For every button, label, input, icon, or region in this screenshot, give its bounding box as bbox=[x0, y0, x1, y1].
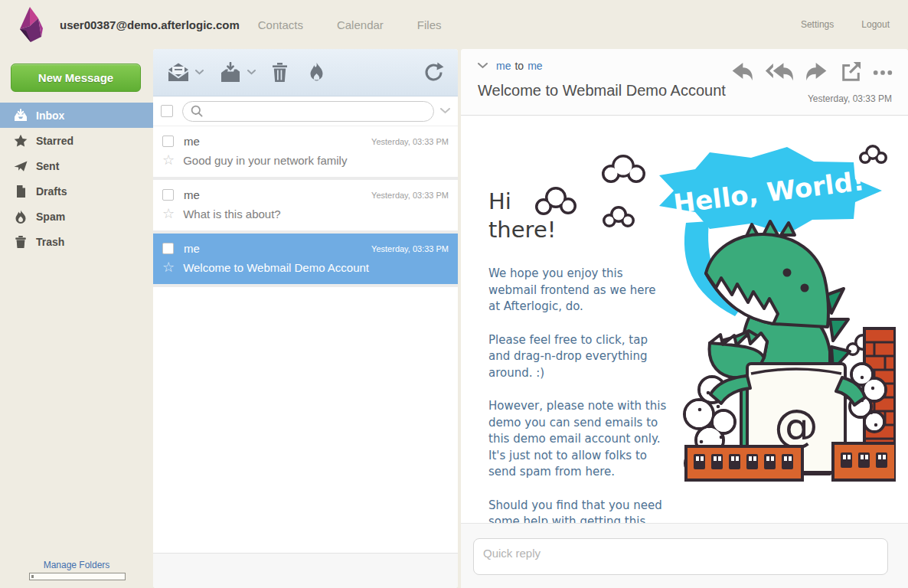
refresh-button[interactable] bbox=[423, 62, 444, 83]
star-icon[interactable]: ☆ bbox=[162, 260, 175, 274]
settings-link[interactable]: Settings bbox=[801, 19, 834, 30]
message-sender: me bbox=[184, 188, 200, 201]
folder-sidebar: New Message Inbox Starred Sent Drafts bbox=[0, 49, 153, 588]
top-navigation: Contacts Calendar Files bbox=[258, 18, 442, 31]
sidebar-item-starred[interactable]: Starred bbox=[0, 128, 153, 153]
sidebar-item-sent[interactable]: Sent bbox=[0, 153, 153, 178]
ellipsis-icon bbox=[873, 61, 893, 82]
sidebar-item-label: Drafts bbox=[36, 185, 67, 198]
paragraph: However, please note with thisdemo you c… bbox=[488, 398, 906, 481]
topbar-right: Settings Logout bbox=[801, 19, 890, 30]
sidebar-item-trash[interactable]: Trash bbox=[0, 229, 153, 254]
nav-files[interactable]: Files bbox=[417, 18, 442, 31]
nav-calendar[interactable]: Calendar bbox=[337, 18, 384, 31]
new-message-button[interactable]: New Message bbox=[11, 64, 141, 92]
sidebar-item-inbox[interactable]: Inbox bbox=[0, 103, 153, 128]
forward-button[interactable] bbox=[805, 61, 829, 82]
message-checkbox[interactable] bbox=[162, 243, 174, 254]
message-list-footer bbox=[153, 553, 458, 588]
message-subject: Good guy in your network family bbox=[183, 154, 347, 167]
message-timestamp: Yesterday, 03:33 PM bbox=[808, 93, 892, 104]
scrollbar-thumb[interactable] bbox=[31, 575, 34, 578]
move-to-folder-dropdown[interactable] bbox=[247, 70, 256, 75]
folder-list: Inbox Starred Sent Drafts Spam bbox=[0, 103, 153, 254]
message-checkbox[interactable] bbox=[162, 136, 174, 147]
select-all-checkbox[interactable] bbox=[161, 105, 173, 117]
mark-read-button[interactable] bbox=[167, 62, 190, 83]
delete-button[interactable] bbox=[271, 62, 289, 83]
message-time: Yesterday, 03:33 PM bbox=[371, 137, 449, 146]
reply-icon bbox=[730, 61, 753, 82]
afterlogic-logo bbox=[11, 5, 47, 44]
folder-move-icon bbox=[219, 62, 242, 83]
reader-actions bbox=[730, 61, 893, 82]
to-preposition: to bbox=[514, 60, 524, 72]
refresh-icon bbox=[423, 62, 444, 83]
topbar: user00387@demo.afterlogic.com Contacts C… bbox=[0, 0, 908, 49]
paragraph: We hope you enjoy thiswebmail frontend a… bbox=[488, 266, 906, 315]
message-row-selected[interactable]: me Yesterday, 03:33 PM ☆ Welcome to Webm… bbox=[153, 234, 458, 287]
search-row bbox=[153, 96, 458, 126]
move-to-folder-button[interactable] bbox=[219, 62, 242, 83]
reply-button[interactable] bbox=[730, 61, 753, 82]
trash-icon bbox=[14, 235, 28, 249]
sidebar-item-label: Starred bbox=[36, 135, 73, 147]
sidebar-item-label: Spam bbox=[36, 211, 65, 223]
forward-icon bbox=[805, 61, 829, 82]
message-subject: What is this about? bbox=[183, 207, 281, 220]
search-icon bbox=[191, 105, 203, 117]
reading-pane: me to me Welcome to Webmail Demo Account bbox=[461, 49, 908, 588]
message-time: Yesterday, 03:33 PM bbox=[371, 244, 449, 253]
star-icon bbox=[14, 134, 28, 148]
message-subject: Welcome to Webmail Demo Account bbox=[183, 261, 369, 274]
flame-icon bbox=[309, 62, 325, 83]
inbox-icon bbox=[14, 109, 28, 122]
more-actions-button[interactable] bbox=[873, 61, 893, 82]
flame-icon bbox=[14, 210, 28, 224]
quick-reply-area bbox=[461, 523, 908, 588]
send-icon bbox=[14, 159, 28, 173]
search-field[interactable] bbox=[182, 101, 434, 122]
search-input[interactable] bbox=[207, 106, 426, 117]
message-list-empty-area bbox=[153, 287, 458, 553]
quick-reply-input[interactable] bbox=[473, 538, 888, 575]
reader-header: me to me Welcome to Webmail Demo Account bbox=[461, 49, 908, 116]
message-list-pane: me Yesterday, 03:33 PM ☆ Good guy in you… bbox=[153, 49, 458, 588]
logout-link[interactable]: Logout bbox=[861, 19, 890, 30]
recipient-link[interactable]: me bbox=[527, 60, 542, 72]
sidebar-item-label: Inbox bbox=[36, 109, 64, 122]
paragraph: Should you find that you needsome help w… bbox=[488, 498, 906, 524]
message-toolbar bbox=[153, 49, 458, 96]
message-sender: me bbox=[184, 242, 200, 255]
greeting-text: Hithere! bbox=[488, 188, 556, 244]
message-body: Hello, World! bbox=[461, 116, 908, 523]
sidebar-item-spam[interactable]: Spam bbox=[0, 204, 153, 229]
drafts-icon bbox=[14, 185, 28, 198]
open-in-new-window-button[interactable] bbox=[841, 61, 861, 82]
message-time: Yesterday, 03:33 PM bbox=[371, 191, 449, 200]
trash-icon bbox=[271, 62, 289, 83]
star-icon[interactable]: ☆ bbox=[162, 207, 175, 220]
reply-all-icon bbox=[765, 61, 794, 82]
message-checkbox[interactable] bbox=[162, 189, 174, 201]
sidebar-item-label: Trash bbox=[36, 236, 64, 248]
search-options-chevron-icon[interactable] bbox=[440, 108, 450, 114]
message-row[interactable]: me Yesterday, 03:33 PM ☆ What is this ab… bbox=[153, 180, 458, 234]
mark-read-dropdown[interactable] bbox=[195, 70, 204, 75]
sidebar-item-drafts[interactable]: Drafts bbox=[0, 178, 153, 204]
nav-contacts[interactable]: Contacts bbox=[258, 18, 303, 31]
sidebar-item-label: Sent bbox=[36, 160, 59, 172]
manage-folders-link[interactable]: Manage Folders bbox=[0, 560, 153, 570]
message-paragraphs: We hope you enjoy thiswebmail frontend a… bbox=[488, 266, 906, 523]
spam-button[interactable] bbox=[309, 62, 325, 83]
sidebar-horizontal-scrollbar[interactable] bbox=[29, 573, 126, 580]
external-link-icon bbox=[841, 61, 861, 82]
account-email: user00387@demo.afterlogic.com bbox=[60, 18, 240, 31]
paragraph: Please feel free to click, tapand drag-n… bbox=[488, 332, 906, 382]
star-icon[interactable]: ☆ bbox=[162, 153, 175, 167]
message-sender: me bbox=[184, 135, 200, 148]
sender-link[interactable]: me bbox=[496, 60, 511, 72]
message-row[interactable]: me Yesterday, 03:33 PM ☆ Good guy in you… bbox=[153, 126, 458, 180]
collapse-chevron-icon[interactable] bbox=[478, 63, 488, 69]
reply-all-button[interactable] bbox=[765, 61, 794, 82]
